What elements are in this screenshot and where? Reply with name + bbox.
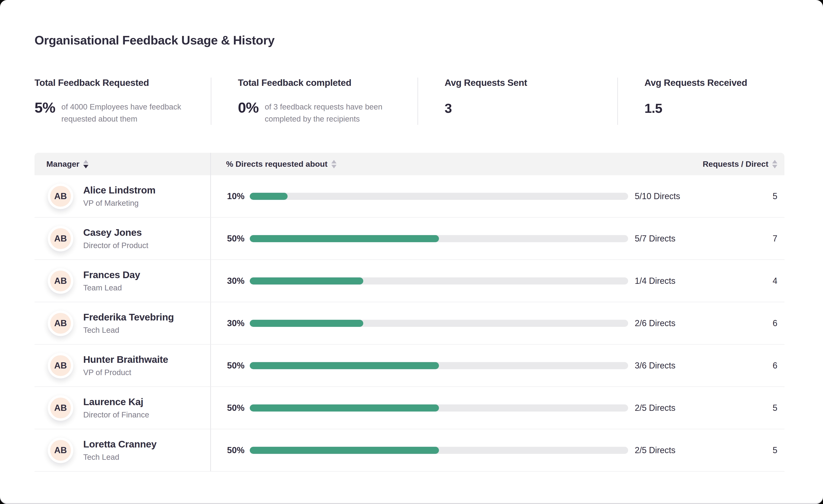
stat-total-feedback-completed: Total Feedback completed 0% of 3 feedbac… bbox=[211, 77, 418, 125]
manager-role: Director of Finance bbox=[83, 410, 149, 419]
manager-name: Alice Lindstrom bbox=[83, 185, 155, 196]
avatar-initials: AB bbox=[54, 191, 67, 201]
manager-cell: AB Casey Jones Director of Product bbox=[34, 217, 211, 260]
requests-value: 7 bbox=[773, 234, 777, 243]
manager-role: Director of Product bbox=[83, 241, 148, 250]
directs-label: 5/10 Directs bbox=[635, 191, 680, 201]
manager-name: Loretta Cranney bbox=[83, 439, 157, 450]
requests-value: 6 bbox=[773, 318, 777, 328]
stat-label: Total Feedback Requested bbox=[34, 77, 201, 88]
table-row: AB Laurence Kaj Director of Finance 50% … bbox=[34, 387, 785, 429]
stat-value: 1.5 bbox=[644, 102, 777, 115]
progress-bar bbox=[250, 235, 628, 242]
progress-bar-fill bbox=[250, 362, 439, 369]
progress-bar-fill bbox=[250, 235, 439, 242]
manager-cell: AB Frederika Tevebring Tech Lead bbox=[34, 302, 211, 344]
progress-bar bbox=[250, 362, 628, 369]
sort-icon bbox=[83, 160, 89, 168]
stat-avg-requests-received: Avg Requests Received 1.5 bbox=[617, 77, 786, 125]
manager-cell: AB Hunter Braithwaite VP of Product bbox=[34, 345, 211, 386]
metrics-cell: 50% 2/5 Directs 5 bbox=[211, 387, 785, 429]
percent-label: 50% bbox=[226, 445, 244, 455]
managers-table: Manager % Directs requested about bbox=[34, 153, 785, 472]
progress-bar bbox=[250, 404, 628, 411]
progress-bar-fill bbox=[250, 278, 363, 285]
manager-name: Frances Day bbox=[83, 270, 140, 281]
stat-label: Avg Requests Received bbox=[644, 77, 777, 88]
progress-bar bbox=[250, 320, 628, 327]
requests-value: 6 bbox=[773, 361, 777, 371]
table-row: AB Casey Jones Director of Product 50% 5… bbox=[34, 217, 785, 260]
sort-up-icon bbox=[83, 160, 89, 163]
manager-role: VP of Marketing bbox=[83, 199, 155, 208]
avatar: AB bbox=[48, 395, 73, 421]
requests-value: 5 bbox=[773, 191, 777, 201]
directs-label: 1/4 Directs bbox=[635, 276, 675, 286]
avatar: AB bbox=[48, 353, 73, 378]
column-header-requests-per-direct[interactable]: Requests / Direct bbox=[703, 159, 777, 169]
avatar: AB bbox=[48, 226, 73, 251]
manager-name: Laurence Kaj bbox=[83, 396, 149, 407]
manager-name: Hunter Braithwaite bbox=[83, 354, 168, 365]
progress-bar-fill bbox=[250, 193, 288, 200]
stat-total-feedback-requested: Total Feedback Requested 5% of 4000 Empl… bbox=[34, 77, 211, 125]
sort-up-icon bbox=[772, 160, 777, 163]
metrics-cell: 50% 3/6 Directs 6 bbox=[211, 345, 785, 386]
manager-cell: AB Frances Day Team Lead bbox=[34, 260, 211, 302]
avatar-initials: AB bbox=[54, 403, 67, 413]
manager-role: VP of Product bbox=[83, 368, 168, 377]
directs-label: 2/5 Directs bbox=[635, 445, 675, 455]
sort-up-icon bbox=[331, 160, 337, 163]
percent-label: 10% bbox=[226, 191, 244, 201]
stat-value: 0% bbox=[238, 100, 259, 115]
table-row: AB Loretta Cranney Tech Lead 50% 2/5 Dir… bbox=[34, 429, 785, 472]
percent-label: 30% bbox=[226, 276, 244, 286]
stat-description: of 4000 Employees have feedback requeste… bbox=[61, 100, 190, 125]
avatar-initials: AB bbox=[54, 276, 67, 286]
progress-bar bbox=[250, 193, 628, 200]
avatar-initials: AB bbox=[54, 361, 67, 371]
avatar-initials: AB bbox=[54, 445, 67, 455]
directs-label: 2/6 Directs bbox=[635, 318, 675, 328]
stat-value: 5% bbox=[34, 100, 55, 115]
table-header: Manager % Directs requested about bbox=[34, 153, 785, 175]
percent-label: 30% bbox=[226, 318, 244, 328]
column-header-manager[interactable]: Manager bbox=[34, 153, 211, 175]
manager-name: Casey Jones bbox=[83, 227, 148, 238]
sort-icon bbox=[772, 160, 777, 168]
manager-cell: AB Alice Lindstrom VP of Marketing bbox=[34, 175, 211, 217]
avatar-initials: AB bbox=[54, 318, 67, 328]
column-header-label: Manager bbox=[46, 159, 79, 169]
sort-icon bbox=[331, 160, 337, 168]
sort-down-icon bbox=[83, 165, 89, 168]
stats-row: Total Feedback Requested 5% of 4000 Empl… bbox=[34, 77, 789, 125]
stat-label: Avg Requests Sent bbox=[445, 77, 608, 88]
manager-cell: AB Laurence Kaj Director of Finance bbox=[34, 387, 211, 429]
metrics-cell: 30% 1/4 Directs 4 bbox=[211, 260, 785, 302]
manager-cell: AB Loretta Cranney Tech Lead bbox=[34, 429, 211, 471]
metrics-cell: 50% 5/7 Directs 7 bbox=[211, 217, 785, 260]
avatar: AB bbox=[48, 311, 73, 336]
manager-role: Tech Lead bbox=[83, 326, 174, 335]
percent-label: 50% bbox=[226, 234, 244, 243]
directs-label: 5/7 Directs bbox=[635, 234, 675, 243]
metrics-cell: 50% 2/5 Directs 5 bbox=[211, 429, 785, 471]
manager-role: Team Lead bbox=[83, 283, 140, 292]
table-row: AB Hunter Braithwaite VP of Product 50% … bbox=[34, 345, 785, 387]
percent-label: 50% bbox=[226, 361, 244, 371]
requests-value: 4 bbox=[773, 276, 777, 286]
stat-value: 3 bbox=[445, 102, 608, 115]
column-header-label: % Directs requested about bbox=[226, 159, 328, 169]
metrics-cell: 10% 5/10 Directs 5 bbox=[211, 175, 785, 217]
progress-bar-fill bbox=[250, 447, 439, 454]
requests-value: 5 bbox=[773, 403, 777, 413]
dashboard-card: Organisational Feedback Usage & History … bbox=[0, 0, 823, 504]
progress-bar-fill bbox=[250, 404, 439, 411]
directs-label: 3/6 Directs bbox=[635, 361, 675, 371]
directs-label: 2/5 Directs bbox=[635, 403, 675, 413]
manager-role: Tech Lead bbox=[83, 453, 157, 462]
column-header-percent-directs[interactable]: % Directs requested about bbox=[226, 159, 337, 169]
avatar: AB bbox=[48, 183, 73, 209]
sort-down-icon bbox=[331, 165, 337, 168]
progress-bar bbox=[250, 278, 628, 285]
